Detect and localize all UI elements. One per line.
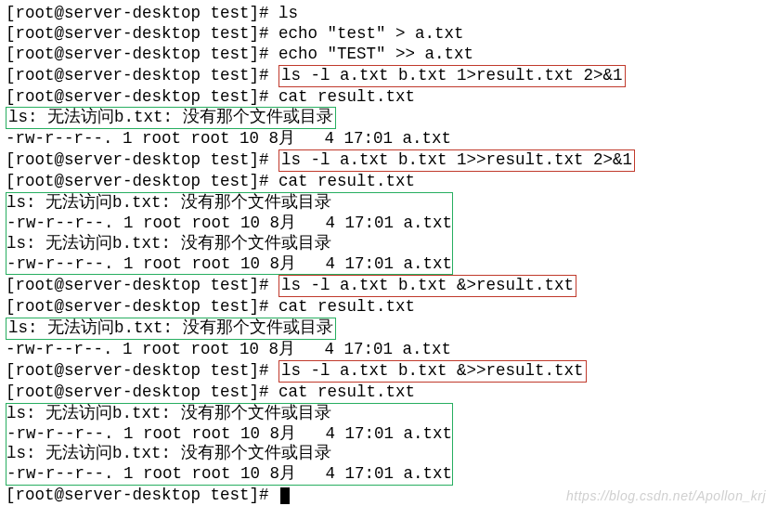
- prompt: [root@server-desktop test]#: [6, 486, 278, 504]
- term-line: ls: 无法访问b.txt: 没有那个文件或目录: [6, 444, 452, 464]
- output: ls: 无法访问b.txt: 没有那个文件或目录: [6, 404, 331, 422]
- term-line: [root@server-desktop test]# cat result.t…: [6, 383, 771, 403]
- prompt: [root@server-desktop test]#: [6, 361, 278, 380]
- cursor-icon: [280, 487, 290, 504]
- term-line: [root@server-desktop test]# cat result.t…: [6, 172, 771, 192]
- term-line: ls: 无法访问b.txt: 没有那个文件或目录: [6, 404, 452, 424]
- output: -rw-r--r--. 1 root root 10 8月 4 17:01 a.…: [6, 214, 452, 232]
- output: -rw-r--r--. 1 root root 10 8月 4 17:01 a.…: [6, 129, 451, 148]
- prompt: [root@server-desktop test]#: [6, 66, 278, 84]
- term-line: ls: 无法访问b.txt: 没有那个文件或目录: [6, 318, 771, 340]
- prompt: [root@server-desktop test]#: [6, 150, 278, 169]
- prompt: [root@server-desktop test]#: [6, 87, 278, 106]
- term-line: -rw-r--r--. 1 root root 10 8月 4 17:01 a.…: [6, 129, 771, 149]
- term-line: ls: 无法访问b.txt: 没有那个文件或目录: [6, 234, 452, 254]
- prompt: [root@server-desktop test]#: [6, 276, 278, 294]
- highlighted-output-green: ls: 无法访问b.txt: 没有那个文件或目录: [6, 107, 336, 129]
- highlighted-output-block-green: ls: 无法访问b.txt: 没有那个文件或目录 -rw-r--r--. 1 r…: [6, 192, 453, 276]
- prompt: [root@server-desktop test]#: [6, 383, 278, 401]
- output: -rw-r--r--. 1 root root 10 8月 4 17:01 a.…: [6, 254, 452, 273]
- output: ls: 无法访问b.txt: 没有那个文件或目录: [6, 193, 331, 212]
- highlighted-output-block-green: ls: 无法访问b.txt: 没有那个文件或目录 -rw-r--r--. 1 r…: [6, 403, 453, 487]
- cmd: echo "test" > a.txt: [278, 24, 464, 43]
- term-line: [root@server-desktop test]# ls: [6, 4, 771, 24]
- highlighted-cmd-red: ls -l a.txt b.txt 1>>result.txt 2>&1: [278, 149, 635, 172]
- term-line: [root@server-desktop test]# cat result.t…: [6, 87, 771, 108]
- term-line: -rw-r--r--. 1 root root 10 8月 4 17:01 a.…: [6, 464, 452, 485]
- prompt: [root@server-desktop test]#: [6, 4, 278, 22]
- prompt: [root@server-desktop test]#: [6, 24, 278, 43]
- cmd: cat result.txt: [278, 383, 415, 401]
- output: -rw-r--r--. 1 root root 10 8月 4 17:01 a.…: [6, 340, 451, 358]
- term-line: [root@server-desktop test]# ls -l a.txt …: [6, 65, 771, 87]
- term-line: [root@server-desktop test]# cat result.t…: [6, 297, 771, 318]
- output: -rw-r--r--. 1 root root 10 8月 4 17:01 a.…: [6, 424, 452, 443]
- cmd: echo "TEST" >> a.txt: [278, 45, 473, 63]
- highlighted-cmd-red: ls -l a.txt b.txt 1>result.txt 2>&1: [278, 65, 626, 87]
- term-line: -rw-r--r--. 1 root root 10 8月 4 17:01 a.…: [6, 424, 452, 445]
- prompt: [root@server-desktop test]#: [6, 45, 278, 63]
- output: ls: 无法访问b.txt: 没有那个文件或目录: [6, 234, 331, 253]
- term-line: ls: 无法访问b.txt: 没有那个文件或目录: [6, 193, 452, 214]
- output: ls: 无法访问b.txt: 没有那个文件或目录: [6, 444, 331, 462]
- term-line: -rw-r--r--. 1 root root 10 8月 4 17:01 a.…: [6, 340, 771, 360]
- term-line: [root@server-desktop test]# ls -l a.txt …: [6, 275, 771, 297]
- term-line: [root@server-desktop test]# echo "test" …: [6, 24, 771, 45]
- cmd: cat result.txt: [278, 297, 415, 316]
- term-line: -rw-r--r--. 1 root root 10 8月 4 17:01 a.…: [6, 214, 452, 234]
- prompt: [root@server-desktop test]#: [6, 297, 278, 316]
- cmd: ls: [278, 4, 298, 22]
- term-line[interactable]: [root@server-desktop test]#: [6, 486, 771, 506]
- prompt: [root@server-desktop test]#: [6, 172, 278, 190]
- term-line: [root@server-desktop test]# ls -l a.txt …: [6, 149, 771, 172]
- highlighted-cmd-red: ls -l a.txt b.txt &>result.txt: [278, 275, 576, 297]
- term-line: [root@server-desktop test]# echo "TEST" …: [6, 45, 771, 65]
- cmd: cat result.txt: [278, 87, 415, 106]
- highlighted-cmd-red: ls -l a.txt b.txt &>>result.txt: [278, 360, 587, 383]
- term-line: -rw-r--r--. 1 root root 10 8月 4 17:01 a.…: [6, 254, 452, 275]
- term-line: [root@server-desktop test]# ls -l a.txt …: [6, 360, 771, 383]
- output: -rw-r--r--. 1 root root 10 8月 4 17:01 a.…: [6, 464, 452, 483]
- highlighted-output-green: ls: 无法访问b.txt: 没有那个文件或目录: [6, 318, 336, 340]
- cmd: cat result.txt: [278, 172, 415, 190]
- term-line: ls: 无法访问b.txt: 没有那个文件或目录: [6, 107, 771, 129]
